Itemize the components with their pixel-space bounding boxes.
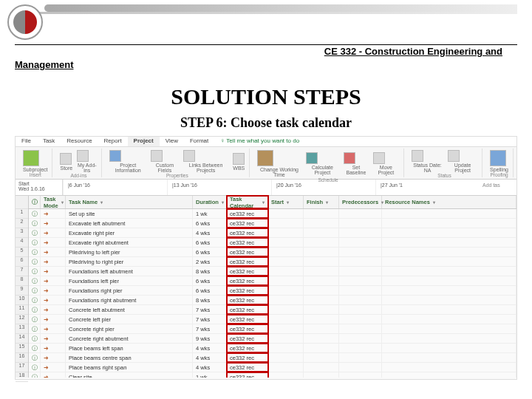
table-row[interactable]: Place beams right span4 wksce332 rec [29, 363, 516, 372]
cell-task-calendar[interactable]: ce332 rec [227, 344, 268, 352]
row-number[interactable]: 14 [16, 334, 28, 344]
cell-resources[interactable] [382, 363, 516, 372]
table-row[interactable]: Excavate left abutment6 wksce332 rec [29, 219, 516, 228]
col-task-name[interactable]: Task Name [66, 196, 193, 208]
row-number[interactable]: 17 [16, 363, 28, 372]
cell-mode[interactable] [41, 324, 66, 333]
cell-predecessors[interactable] [339, 228, 382, 237]
cell-finish[interactable] [304, 344, 339, 352]
cell-finish[interactable] [304, 305, 339, 314]
cell-mode[interactable] [41, 276, 66, 285]
ribbon-btn-custom[interactable]: Custom Fields [151, 150, 179, 173]
ribbon-tab-report[interactable]: Report [98, 137, 128, 146]
cell-duration[interactable]: 7 wks [193, 324, 227, 333]
ribbon-btn-myaddins[interactable]: My Add-ins [77, 150, 97, 173]
cell-finish[interactable] [304, 276, 339, 285]
col-finish[interactable]: Finish [304, 196, 339, 208]
cell-resources[interactable] [382, 372, 516, 378]
cell-start[interactable] [268, 238, 304, 247]
ribbon-btn-move[interactable]: Move Project [373, 152, 399, 175]
cell-finish[interactable] [304, 257, 339, 266]
row-number[interactable]: 15 [16, 344, 28, 353]
cell-predecessors[interactable] [339, 276, 382, 285]
cell-start[interactable] [268, 344, 304, 352]
table-row[interactable]: Clear site1 wkce332 rec [29, 372, 516, 378]
cell-start[interactable] [268, 248, 304, 256]
cell-finish[interactable] [304, 219, 339, 228]
row-number[interactable]: 9 [16, 286, 28, 296]
tell-me[interactable]: ♀ Tell me what you want to do [214, 137, 305, 146]
cell-predecessors[interactable] [339, 334, 382, 343]
cell-resources[interactable] [382, 344, 516, 352]
row-number[interactable]: 2 [16, 219, 28, 228]
cell-start[interactable] [268, 324, 304, 333]
cell-mode[interactable] [41, 296, 66, 304]
cell-start[interactable] [268, 219, 304, 228]
table-row[interactable]: Piledriving to right pier2 wksce332 rec [29, 257, 516, 267]
cell-duration[interactable]: 4 wks [193, 228, 227, 237]
cell-mode[interactable] [41, 315, 66, 324]
cell-task-name[interactable]: Piledriving to left pier [66, 248, 193, 256]
cell-task-name[interactable]: Place beams left span [66, 344, 193, 352]
table-row[interactable]: Excavate right abutment6 wksce332 rec [29, 238, 516, 248]
cell-duration[interactable]: 8 wks [193, 296, 227, 304]
cell-finish[interactable] [304, 248, 339, 256]
cell-start[interactable] [268, 286, 304, 295]
cell-resources[interactable] [382, 315, 516, 324]
cell-start[interactable] [268, 372, 304, 378]
cell-predecessors[interactable] [339, 296, 382, 304]
table-row[interactable]: Concrete right abutment9 wksce332 rec [29, 334, 516, 344]
cell-predecessors[interactable] [339, 267, 382, 276]
ribbon-btn-statusdate[interactable]: Status Date: NA [412, 150, 443, 173]
cell-finish[interactable] [304, 296, 339, 304]
row-number[interactable]: 7 [16, 267, 28, 276]
cell-duration[interactable]: 2 wks [193, 257, 227, 266]
table-row[interactable]: Foundations right abutment8 wksce332 rec [29, 296, 516, 305]
ribbon-btn-projinfo[interactable]: Project Information [109, 150, 146, 173]
cell-task-name[interactable]: Concrete left pier [66, 315, 193, 324]
cell-duration[interactable]: 7 wks [193, 315, 227, 324]
cell-task-calendar[interactable]: ce332 rec [227, 238, 268, 247]
cell-mode[interactable] [41, 344, 66, 352]
cell-task-name[interactable]: Set up site [66, 209, 193, 218]
cell-predecessors[interactable] [339, 219, 382, 228]
cell-task-calendar[interactable]: ce332 rec [227, 267, 268, 276]
cell-mode[interactable] [41, 238, 66, 247]
cell-resources[interactable] [382, 248, 516, 256]
cell-task-name[interactable]: Excavate left abutment [66, 219, 193, 228]
col-duration[interactable]: Duration [193, 196, 227, 208]
table-row[interactable]: Concrete right pier7 wksce332 rec [29, 324, 516, 334]
cell-task-name[interactable]: Piledriving to right pier [66, 257, 193, 266]
cell-mode[interactable] [41, 248, 66, 256]
cell-duration[interactable]: 1 wk [193, 372, 227, 378]
ribbon-tab-view[interactable]: View [160, 137, 184, 146]
cell-mode[interactable] [41, 334, 66, 343]
row-number[interactable]: 12 [16, 315, 28, 324]
cell-resources[interactable] [382, 353, 516, 362]
cell-task-calendar[interactable]: ce332 rec [227, 219, 268, 228]
cell-predecessors[interactable] [339, 257, 382, 266]
cell-resources[interactable] [382, 296, 516, 304]
cell-task-calendar[interactable]: ce332 rec [227, 305, 268, 314]
table-row[interactable]: Place beams centre span4 wksce332 rec [29, 353, 516, 363]
ribbon-btn-wbs[interactable]: WBS [233, 153, 245, 171]
col-task-mode[interactable]: Task Mode [41, 196, 66, 208]
cell-task-name[interactable]: Place beams centre span [66, 353, 193, 362]
cell-predecessors[interactable] [339, 305, 382, 314]
ribbon-btn-subproject[interactable]: Subproject [23, 150, 47, 172]
cell-mode[interactable] [41, 363, 66, 372]
cell-finish[interactable] [304, 372, 339, 378]
row-number[interactable]: 3 [16, 228, 28, 238]
cell-start[interactable] [268, 353, 304, 362]
cell-resources[interactable] [382, 219, 516, 228]
cell-task-name[interactable]: Place beams right span [66, 363, 193, 372]
cell-duration[interactable]: 6 wks [193, 248, 227, 256]
cell-start[interactable] [268, 276, 304, 285]
row-number[interactable]: 11 [16, 305, 28, 315]
table-row[interactable]: Concrete left abutment7 wksce332 rec [29, 305, 516, 315]
cell-task-calendar[interactable]: ce332 rec [227, 324, 268, 333]
row-number[interactable]: 8 [16, 276, 28, 286]
cell-duration[interactable]: 7 wks [193, 305, 227, 314]
col-resource-names[interactable]: Resource Names [382, 196, 516, 208]
cell-predecessors[interactable] [339, 344, 382, 352]
